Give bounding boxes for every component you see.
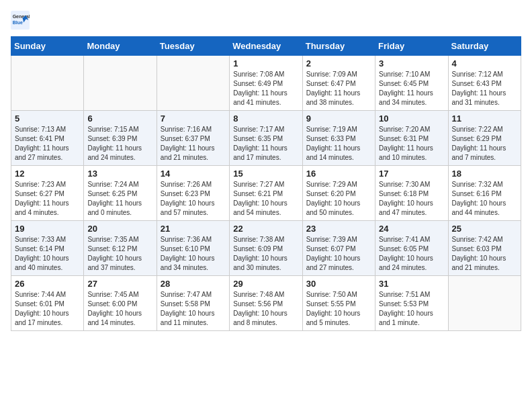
day-number: 2 (306, 58, 371, 68)
day-content: Sunrise: 7:17 AM Sunset: 6:35 PM Dayligh… (233, 125, 298, 163)
calendar-cell: 31Sunrise: 7:51 AM Sunset: 5:53 PM Dayli… (375, 276, 448, 331)
day-number: 19 (15, 224, 80, 234)
day-number: 20 (87, 224, 152, 234)
page-header: General Blue (11, 11, 521, 30)
day-number: 8 (233, 113, 298, 124)
day-content: Sunrise: 7:23 AM Sunset: 6:27 PM Dayligh… (15, 180, 80, 218)
logo: General Blue (11, 11, 32, 30)
calendar-header: SundayMondayTuesdayWednesdayThursdayFrid… (11, 37, 521, 56)
calendar-cell (448, 276, 521, 331)
calendar-cell: 12Sunrise: 7:23 AM Sunset: 6:27 PM Dayli… (11, 166, 84, 221)
weekday-header-saturday: Saturday (448, 37, 521, 56)
day-content: Sunrise: 7:32 AM Sunset: 6:16 PM Dayligh… (452, 180, 517, 218)
weekday-header-monday: Monday (84, 37, 157, 56)
logo-icon: General Blue (11, 11, 30, 30)
calendar-cell: 9Sunrise: 7:19 AM Sunset: 6:33 PM Daylig… (302, 111, 375, 166)
day-content: Sunrise: 7:33 AM Sunset: 6:14 PM Dayligh… (15, 235, 80, 273)
weekday-header-sunday: Sunday (11, 37, 84, 56)
day-number: 27 (87, 279, 152, 289)
calendar-cell: 26Sunrise: 7:44 AM Sunset: 6:01 PM Dayli… (11, 276, 84, 331)
calendar-cell: 21Sunrise: 7:36 AM Sunset: 6:10 PM Dayli… (157, 221, 229, 276)
calendar-week-row: 19Sunrise: 7:33 AM Sunset: 6:14 PM Dayli… (11, 221, 521, 276)
day-number: 6 (87, 113, 152, 124)
calendar-cell: 20Sunrise: 7:35 AM Sunset: 6:12 PM Dayli… (84, 221, 157, 276)
day-number: 13 (87, 169, 152, 179)
calendar-cell: 17Sunrise: 7:30 AM Sunset: 6:18 PM Dayli… (375, 166, 448, 221)
weekday-header-thursday: Thursday (302, 37, 375, 56)
day-content: Sunrise: 7:15 AM Sunset: 6:39 PM Dayligh… (87, 125, 152, 163)
calendar-table: SundayMondayTuesdayWednesdayThursdayFrid… (11, 36, 521, 331)
day-number: 25 (452, 224, 517, 234)
day-content: Sunrise: 7:27 AM Sunset: 6:21 PM Dayligh… (233, 180, 298, 218)
calendar-cell: 22Sunrise: 7:38 AM Sunset: 6:09 PM Dayli… (230, 221, 302, 276)
calendar-week-row: 12Sunrise: 7:23 AM Sunset: 6:27 PM Dayli… (11, 166, 521, 221)
day-content: Sunrise: 7:51 AM Sunset: 5:53 PM Dayligh… (379, 290, 444, 328)
day-number: 22 (233, 224, 298, 234)
day-content: Sunrise: 7:41 AM Sunset: 6:05 PM Dayligh… (379, 235, 444, 273)
calendar-cell: 7Sunrise: 7:16 AM Sunset: 6:37 PM Daylig… (157, 111, 229, 166)
svg-text:Blue: Blue (13, 20, 23, 25)
calendar-week-row: 5Sunrise: 7:13 AM Sunset: 6:41 PM Daylig… (11, 111, 521, 166)
day-number: 5 (15, 113, 80, 124)
calendar-cell: 11Sunrise: 7:22 AM Sunset: 6:29 PM Dayli… (448, 111, 521, 166)
day-content: Sunrise: 7:20 AM Sunset: 6:31 PM Dayligh… (379, 125, 444, 163)
calendar-cell: 29Sunrise: 7:48 AM Sunset: 5:56 PM Dayli… (230, 276, 302, 331)
calendar-week-row: 26Sunrise: 7:44 AM Sunset: 6:01 PM Dayli… (11, 276, 521, 331)
day-content: Sunrise: 7:36 AM Sunset: 6:10 PM Dayligh… (161, 235, 226, 273)
calendar-body: 1Sunrise: 7:08 AM Sunset: 6:49 PM Daylig… (11, 56, 521, 331)
calendar-cell: 15Sunrise: 7:27 AM Sunset: 6:21 PM Dayli… (230, 166, 302, 221)
day-number: 9 (306, 113, 371, 124)
day-content: Sunrise: 7:08 AM Sunset: 6:49 PM Dayligh… (233, 70, 298, 107)
day-number: 31 (379, 279, 444, 289)
day-content: Sunrise: 7:42 AM Sunset: 6:03 PM Dayligh… (452, 235, 517, 273)
calendar-cell: 27Sunrise: 7:45 AM Sunset: 6:00 PM Dayli… (84, 276, 157, 331)
day-content: Sunrise: 7:47 AM Sunset: 5:58 PM Dayligh… (161, 290, 226, 328)
day-content: Sunrise: 7:22 AM Sunset: 6:29 PM Dayligh… (452, 125, 517, 163)
day-number: 12 (15, 169, 80, 179)
day-number: 4 (452, 58, 517, 68)
calendar-cell: 18Sunrise: 7:32 AM Sunset: 6:16 PM Dayli… (448, 166, 521, 221)
calendar-cell: 4Sunrise: 7:12 AM Sunset: 6:43 PM Daylig… (448, 56, 521, 111)
day-number: 7 (161, 113, 226, 124)
calendar-cell: 23Sunrise: 7:39 AM Sunset: 6:07 PM Dayli… (302, 221, 375, 276)
day-number: 21 (161, 224, 226, 234)
day-content: Sunrise: 7:19 AM Sunset: 6:33 PM Dayligh… (306, 125, 371, 163)
day-content: Sunrise: 7:48 AM Sunset: 5:56 PM Dayligh… (233, 290, 298, 328)
day-number: 28 (161, 279, 226, 289)
day-number: 29 (233, 279, 298, 289)
calendar-cell: 25Sunrise: 7:42 AM Sunset: 6:03 PM Dayli… (448, 221, 521, 276)
calendar-cell: 24Sunrise: 7:41 AM Sunset: 6:05 PM Dayli… (375, 221, 448, 276)
weekday-header-wednesday: Wednesday (230, 37, 302, 56)
day-content: Sunrise: 7:39 AM Sunset: 6:07 PM Dayligh… (306, 235, 371, 273)
calendar-cell (84, 56, 157, 111)
calendar-week-row: 1Sunrise: 7:08 AM Sunset: 6:49 PM Daylig… (11, 56, 521, 111)
day-content: Sunrise: 7:13 AM Sunset: 6:41 PM Dayligh… (15, 125, 80, 163)
calendar-cell: 30Sunrise: 7:50 AM Sunset: 5:55 PM Dayli… (302, 276, 375, 331)
day-number: 17 (379, 169, 444, 179)
day-content: Sunrise: 7:45 AM Sunset: 6:00 PM Dayligh… (87, 290, 152, 328)
calendar-cell: 6Sunrise: 7:15 AM Sunset: 6:39 PM Daylig… (84, 111, 157, 166)
weekday-header-row: SundayMondayTuesdayWednesdayThursdayFrid… (11, 37, 521, 56)
weekday-header-friday: Friday (375, 37, 448, 56)
day-content: Sunrise: 7:30 AM Sunset: 6:18 PM Dayligh… (379, 180, 444, 218)
day-content: Sunrise: 7:26 AM Sunset: 6:23 PM Dayligh… (161, 180, 226, 218)
day-number: 15 (233, 169, 298, 179)
day-content: Sunrise: 7:24 AM Sunset: 6:25 PM Dayligh… (87, 180, 152, 218)
day-content: Sunrise: 7:10 AM Sunset: 6:45 PM Dayligh… (379, 70, 444, 107)
day-content: Sunrise: 7:12 AM Sunset: 6:43 PM Dayligh… (452, 70, 517, 107)
day-content: Sunrise: 7:38 AM Sunset: 6:09 PM Dayligh… (233, 235, 298, 273)
day-number: 23 (306, 224, 371, 234)
day-content: Sunrise: 7:16 AM Sunset: 6:37 PM Dayligh… (161, 125, 226, 163)
calendar-cell (11, 56, 84, 111)
day-content: Sunrise: 7:44 AM Sunset: 6:01 PM Dayligh… (15, 290, 80, 328)
day-number: 18 (452, 169, 517, 179)
calendar-cell: 5Sunrise: 7:13 AM Sunset: 6:41 PM Daylig… (11, 111, 84, 166)
day-number: 1 (233, 58, 298, 68)
day-number: 10 (379, 113, 444, 124)
calendar-cell: 28Sunrise: 7:47 AM Sunset: 5:58 PM Dayli… (157, 276, 229, 331)
calendar-cell: 3Sunrise: 7:10 AM Sunset: 6:45 PM Daylig… (375, 56, 448, 111)
day-number: 14 (161, 169, 226, 179)
day-number: 30 (306, 279, 371, 289)
day-content: Sunrise: 7:29 AM Sunset: 6:20 PM Dayligh… (306, 180, 371, 218)
weekday-header-tuesday: Tuesday (157, 37, 229, 56)
